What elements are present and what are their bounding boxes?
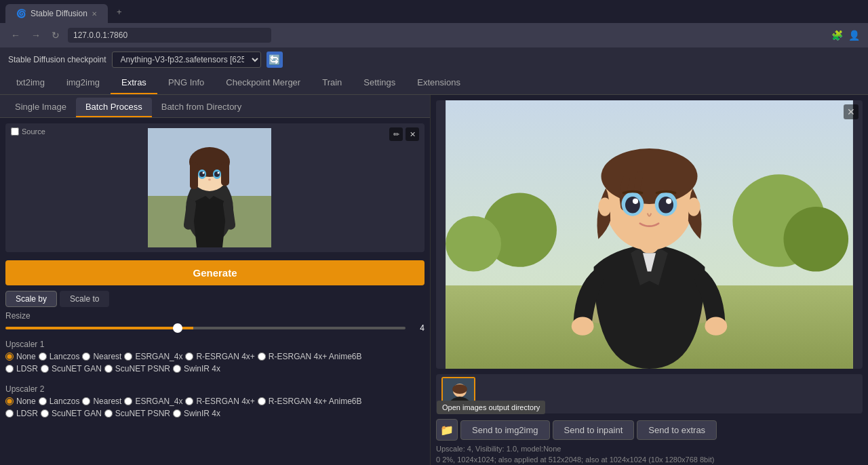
profile-icon[interactable]: 👤 <box>848 30 860 41</box>
svg-point-35 <box>572 317 594 336</box>
thumbnail-1[interactable] <box>441 377 475 411</box>
svg-rect-6 <box>190 162 198 189</box>
upscaler1-swinir4x[interactable]: SwinIR 4x <box>173 364 220 373</box>
image-upload-area[interactable]: Source ✏ ✕ <box>5 123 425 252</box>
upscaler1-lanczos[interactable]: Lanczos <box>39 352 80 361</box>
upscaler1-scunet-gan[interactable]: ScuNET GAN <box>41 364 102 373</box>
main-nav-tabs: txt2img img2img Extras PNG Info Checkpoi… <box>0 72 868 95</box>
close-output-button[interactable]: ✕ <box>844 104 859 119</box>
output-image-area: ✕ <box>436 100 863 369</box>
browser-tab[interactable]: 🌀 Stable Diffusion ✕ <box>5 4 108 23</box>
action-bar: 📁 Open images output directory Send to i… <box>431 416 868 443</box>
svg-point-36 <box>705 317 727 336</box>
browser-chrome: 🌀 Stable Diffusion ✕ + ← → ↻ 🧩 👤 <box>0 0 868 47</box>
upscaler1-resrgan4x-anime6b[interactable]: R-ESRGAN 4x+ Anime6B <box>258 352 362 361</box>
browser-actions: 🧩 👤 <box>831 30 860 41</box>
tab-close-icon[interactable]: ✕ <box>92 10 97 18</box>
svg-point-30 <box>658 197 673 214</box>
tab-extras[interactable]: Extras <box>111 72 157 94</box>
svg-point-29 <box>625 197 640 214</box>
upscaler1-scunet-psnr[interactable]: ScuNET PSNR <box>104 364 170 373</box>
upscaler2-swinir4x[interactable]: SwinIR 4x <box>173 409 220 418</box>
extensions-icon[interactable]: 🧩 <box>831 30 843 41</box>
tab-txt2img[interactable]: txt2img <box>5 72 56 94</box>
tab-extensions[interactable]: Extensions <box>406 72 471 94</box>
tab-checkpoint-merger[interactable]: Checkpoint Merger <box>215 72 311 94</box>
upscaler2-options: None Lanczos Nearest ESRGAN_4x R-ESRGAN … <box>5 397 425 406</box>
resize-slider[interactable] <box>5 327 406 329</box>
uploaded-image-svg <box>148 128 271 247</box>
tab-train[interactable]: Train <box>311 72 353 94</box>
upscaler2-label: Upscaler 2 <box>5 384 425 394</box>
scale-tabs: Scale by Scale to <box>5 291 425 307</box>
tab-settings[interactable]: Settings <box>353 72 406 94</box>
thumbnail-1-image <box>443 378 475 411</box>
main-content: Single Image Batch Process Batch from Di… <box>0 95 868 465</box>
upscaler2-scunet-gan[interactable]: ScuNET GAN <box>41 409 102 418</box>
svg-point-21 <box>446 216 501 272</box>
upscaler1-none[interactable]: None <box>5 352 36 361</box>
tab-title: Stable Diffusion <box>31 9 87 18</box>
generate-button[interactable]: Generate <box>5 260 425 285</box>
resize-label: Resize <box>5 311 425 321</box>
tab-pnginfo[interactable]: PNG Info <box>157 72 215 94</box>
svg-point-20 <box>784 207 849 272</box>
thumbnails-row <box>436 374 863 413</box>
svg-point-26 <box>601 148 697 204</box>
checkpoint-label: Stable Diffusion checkpoint <box>8 55 106 64</box>
slider-row: 4 <box>5 323 425 333</box>
refresh-checkpoint-button[interactable]: 🔄 <box>267 52 283 68</box>
upscaler1-ldsr[interactable]: LDSR <box>5 364 38 373</box>
upscaler1-esrgan4x[interactable]: ESRGAN_4x <box>124 352 182 361</box>
right-panel: ✕ <box>431 95 868 465</box>
left-panel: Single Image Batch Process Batch from Di… <box>0 95 431 465</box>
info-bar-2: 0 2%, 1024x1024; also applied at 512x204… <box>431 454 868 465</box>
tab-single-image[interactable]: Single Image <box>5 98 76 117</box>
svg-point-32 <box>666 199 671 204</box>
tab-img2img[interactable]: img2img <box>56 72 111 94</box>
upscaler1-nearest[interactable]: Nearest <box>82 352 121 361</box>
upscaler2-resrgan4x[interactable]: R-ESRGAN 4x+ <box>185 397 254 406</box>
checkpoint-bar: Stable Diffusion checkpoint Anything-V3-… <box>0 47 868 72</box>
svg-rect-7 <box>221 162 229 186</box>
upscaler2-lanczos[interactable]: Lanczos <box>39 397 80 406</box>
output-image <box>436 100 863 369</box>
tab-batch-from-directory[interactable]: Batch from Directory <box>152 98 251 117</box>
uploaded-image-container <box>5 123 425 252</box>
slider-value: 4 <box>411 323 425 333</box>
new-tab-button[interactable]: + <box>111 3 128 20</box>
upscaler2-ldsr[interactable]: LDSR <box>5 409 38 418</box>
checkpoint-select[interactable]: Anything-V3-fp32.safetensors [625a2ba2] <box>112 52 261 68</box>
upscaler2-resrgan4x-anime6b[interactable]: R-ESRGAN 4x+ Anime6B <box>258 397 362 406</box>
open-output-folder-button[interactable]: 📁 Open images output directory <box>436 419 458 441</box>
source-checkbox[interactable] <box>11 127 19 136</box>
reload-button[interactable]: ↻ <box>49 28 62 42</box>
upscaler2-section: Upscaler 2 None Lanczos Nearest ESRGAN_4… <box>5 384 425 421</box>
info-bar-1: Upscale: 4, Visibility: 1.0, model:None <box>431 443 868 454</box>
upscaler2-nearest[interactable]: Nearest <box>82 397 121 406</box>
upscaler1-options-row2: LDSR ScuNET GAN ScuNET PSNR SwinIR 4x <box>5 364 425 373</box>
svg-point-33 <box>598 197 611 216</box>
source-label: Source <box>11 127 45 136</box>
svg-point-31 <box>633 199 638 204</box>
send-to-img2img-button[interactable]: Send to img2img <box>460 420 550 440</box>
scale-to-tab[interactable]: Scale to <box>60 291 109 307</box>
back-button[interactable]: ← <box>8 28 23 42</box>
app: Stable Diffusion checkpoint Anything-V3-… <box>0 47 868 465</box>
edit-image-button[interactable]: ✏ <box>389 127 403 141</box>
upscaler1-resrgan4x[interactable]: R-ESRGAN 4x+ <box>185 352 254 361</box>
svg-point-34 <box>687 197 700 216</box>
scale-by-tab[interactable]: Scale by <box>5 291 57 307</box>
clear-image-button[interactable]: ✕ <box>406 127 419 141</box>
upscaler1-section: Upscaler 1 None Lanczos Nearest ESRGAN_4… <box>5 340 425 376</box>
send-to-inpaint-button[interactable]: Send to inpaint <box>553 420 635 440</box>
tab-batch-process[interactable]: Batch Process <box>76 98 152 117</box>
upscaler2-none[interactable]: None <box>5 397 36 406</box>
send-to-extras-button[interactable]: Send to extras <box>637 420 717 440</box>
svg-point-14 <box>208 179 211 181</box>
tab-bar: 🌀 Stable Diffusion ✕ + <box>0 0 868 23</box>
upscaler2-esrgan4x[interactable]: ESRGAN_4x <box>124 397 182 406</box>
upscaler2-scunet-psnr[interactable]: ScuNET PSNR <box>104 409 170 418</box>
address-input[interactable] <box>68 28 271 43</box>
forward-button[interactable]: → <box>28 28 43 42</box>
